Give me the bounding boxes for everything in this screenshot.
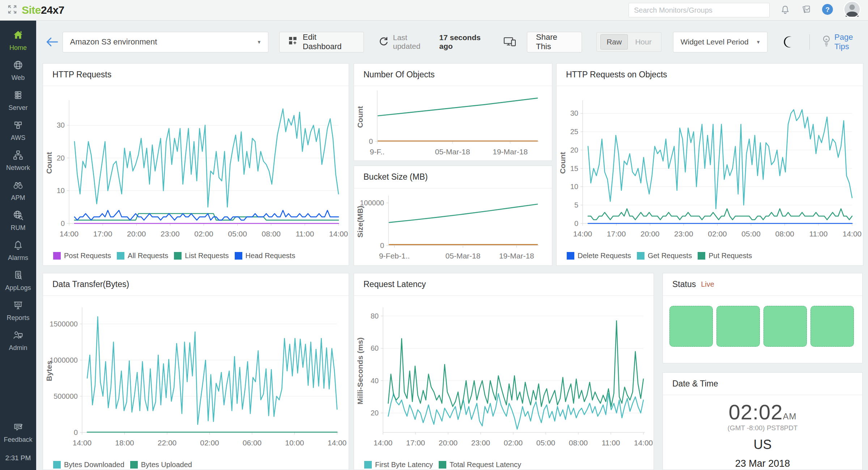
sidebar-item-rum[interactable]: RUM <box>0 206 36 236</box>
chart-canvas: 09-F..05-Mar-1819-Mar-18Count <box>354 86 552 160</box>
legend-item[interactable]: Bytes Downloaded <box>53 461 124 469</box>
refresh-icon[interactable] <box>378 36 388 48</box>
bucket-size-chart: 01000009-Feb-1..05-Mar-1819-Mar-18Size(M… <box>354 188 552 266</box>
widget-bucket-size: Bucket Size (MB) 01000009-Feb-1..05-Mar-… <box>354 166 552 266</box>
dashboard-select[interactable]: Amazon S3 environment ▼ <box>63 32 268 52</box>
status-square[interactable] <box>763 306 807 347</box>
legend-item[interactable]: Bytes Uploaded <box>130 461 192 469</box>
legend-item[interactable]: List Requests <box>174 252 229 260</box>
svg-text:60: 60 <box>371 344 379 352</box>
svg-text:14:00: 14:00 <box>573 230 592 238</box>
svg-text:05-Mar-18: 05-Mar-18 <box>446 252 481 260</box>
svg-text:80: 80 <box>371 312 379 320</box>
dashboard-controls: Amazon S3 environment ▼ Edit Dashboard L… <box>36 21 868 63</box>
date: 23 Mar 2018 <box>735 458 790 469</box>
svg-text:20: 20 <box>570 146 578 154</box>
sidebar-item-label: Network <box>6 164 30 172</box>
back-arrow-icon[interactable] <box>46 36 60 48</box>
sidebar-item-label: APM <box>11 194 25 202</box>
svg-text:05-Mar-18: 05-Mar-18 <box>435 148 470 156</box>
svg-text:23:00: 23:00 <box>161 230 180 238</box>
sidebar-item-network[interactable]: Network <box>0 146 36 176</box>
svg-text:20:00: 20:00 <box>439 439 458 447</box>
sidebar-clock: 2:31 PM <box>5 448 31 470</box>
sidebar-item-apm[interactable]: APM <box>0 176 36 206</box>
svg-text:18:00: 18:00 <box>115 439 134 447</box>
logo-text: Site24x7 <box>22 4 64 16</box>
legend-item[interactable]: Delete Requests <box>567 252 631 260</box>
sidebar-item-admin[interactable]: Admin <box>0 326 36 356</box>
share-this-button[interactable]: Share This <box>527 32 582 52</box>
status-square[interactable] <box>669 306 713 347</box>
svg-text:10:00: 10:00 <box>285 439 304 447</box>
legend-item[interactable]: First Byte Latency <box>364 461 433 469</box>
sidebar-item-label: Feedback <box>4 436 32 444</box>
svg-text:05:00: 05:00 <box>228 230 247 238</box>
legend-item[interactable]: Post Requests <box>53 252 111 260</box>
widget-title: Number Of Objects <box>354 64 552 86</box>
chevron-down-icon: ▼ <box>257 39 261 45</box>
sidebar-item-applogs[interactable]: AppLogs <box>0 266 36 296</box>
legend-label: Bytes Downloaded <box>64 461 124 469</box>
raw-toggle[interactable]: Raw <box>600 34 628 50</box>
svg-text:40: 40 <box>371 377 379 385</box>
legend-item[interactable]: Total Request Latency <box>439 461 521 469</box>
sidebar-item-label: AppLogs <box>5 284 31 292</box>
sidebar-item-home[interactable]: Home <box>0 26 36 56</box>
sidebar-item-label: AWS <box>11 134 25 142</box>
legend-item[interactable]: All Requests <box>117 252 168 260</box>
dark-mode-moon-icon[interactable] <box>783 36 795 48</box>
server-icon <box>12 89 24 102</box>
svg-text:Size(MB): Size(MB) <box>356 206 364 238</box>
alarms-icon <box>12 239 24 252</box>
status-square[interactable] <box>810 306 854 347</box>
clock-time: 02:02AM <box>728 402 796 423</box>
svg-text:14:00: 14:00 <box>374 439 393 447</box>
legend-item[interactable]: Put Requests <box>698 252 752 260</box>
avatar[interactable] <box>843 1 861 20</box>
svg-text:Count: Count <box>356 106 364 128</box>
edit-dashboard-button[interactable]: Edit Dashboard <box>279 32 364 52</box>
sidebar-item-aws[interactable]: AWS <box>0 116 36 146</box>
widget-http-requests: HTTP Requests 010203014:0017:0020:0023:0… <box>43 63 349 266</box>
page-tips-link[interactable]: Page Tips <box>822 33 868 51</box>
svg-text:Count: Count <box>558 152 567 174</box>
svg-text:Milli-Seconds (ms): Milli-Seconds (ms) <box>356 337 364 405</box>
widget-title: Date & Time <box>663 373 862 395</box>
sidebar-item-label: Web <box>12 74 25 82</box>
notification-bell-icon[interactable] <box>780 4 791 16</box>
expand-icon[interactable] <box>7 4 17 16</box>
svg-text:17:00: 17:00 <box>607 230 626 238</box>
sidebar-item-alarms[interactable]: Alarms <box>0 236 36 266</box>
widget-title: Status Live <box>663 273 862 296</box>
svg-text:14:00: 14:00 <box>328 439 347 447</box>
devices-icon[interactable] <box>503 36 517 48</box>
widget-title: Request Latency <box>354 273 654 296</box>
last-updated-value: 17 seconds ago <box>439 33 494 51</box>
sidebar-item-label: Server <box>8 104 27 112</box>
divider <box>809 34 810 50</box>
status-square[interactable] <box>716 306 760 347</box>
widget-status: Status Live <box>663 273 863 363</box>
legend-item[interactable]: Head Requests <box>235 252 295 260</box>
sidebar-item-server[interactable]: Server <box>0 86 36 116</box>
svg-text:05:00: 05:00 <box>741 230 761 238</box>
sidebar-item-reports[interactable]: Reports <box>0 296 36 326</box>
svg-text:Count: Count <box>45 152 53 174</box>
search-input[interactable] <box>629 3 770 17</box>
svg-text:11:00: 11:00 <box>602 439 620 447</box>
widget-title: Data Transfer(Bytes) <box>43 273 349 296</box>
sidebar-item-label: Reports <box>7 314 29 322</box>
help-icon[interactable]: ? <box>822 4 833 17</box>
data-transfer-chart: 05000001000000150000014:0018:0022:0002:0… <box>43 296 349 459</box>
sidebar: HomeWebServerAWSNetworkAPMRUMAlarmsAppLo… <box>0 21 36 470</box>
svg-text:Bytes: Bytes <box>45 360 53 381</box>
logo[interactable]: Site24x7 <box>7 4 64 16</box>
task-check-icon[interactable] <box>801 4 812 16</box>
hour-toggle[interactable]: Hour <box>629 35 658 49</box>
svg-text:17:00: 17:00 <box>93 230 112 238</box>
legend-item[interactable]: Get Requests <box>637 252 692 260</box>
widget-level-period-select[interactable]: Widget Level Period ▼ <box>673 32 767 52</box>
sidebar-item-feedback[interactable]: Feedback <box>0 418 36 448</box>
sidebar-item-web[interactable]: Web <box>0 56 36 86</box>
